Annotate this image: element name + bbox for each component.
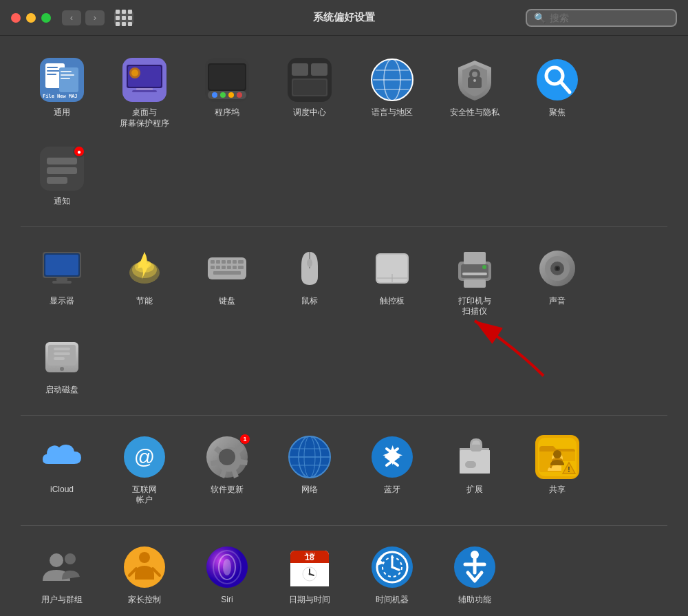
pref-security[interactable]: 安全性与隐私	[433, 52, 516, 134]
svg-rect-79	[464, 279, 486, 288]
svg-rect-61	[238, 260, 244, 264]
pref-dock[interactable]: 程序坞	[186, 52, 268, 134]
pref-tongyong[interactable]: File New MAJ 通用	[21, 52, 103, 134]
svg-rect-3	[47, 70, 61, 72]
keyboard-icon-img	[205, 246, 249, 290]
desktop-label: 桌面与屏幕保护程序	[120, 107, 169, 129]
display-label: 显示器	[50, 296, 74, 307]
maximize-button[interactable]	[41, 13, 51, 23]
pref-siri[interactable]: Siri	[186, 540, 268, 611]
printer-label: 打印机与扫描仪	[458, 296, 491, 317]
pref-trackpad[interactable]: 触控板	[351, 241, 433, 323]
pref-language[interactable]: 语言与地区	[351, 52, 433, 134]
main-content: File New MAJ 通用	[0, 36, 688, 616]
svg-point-115	[553, 450, 561, 458]
datetime-label: 日期与时间	[289, 595, 330, 606]
pref-software[interactable]: 1 软件更新	[186, 429, 268, 511]
pref-icloud[interactable]: iCloud	[21, 429, 103, 511]
pref-sound[interactable]: 声音	[516, 241, 599, 323]
pref-desktop[interactable]: 桌面与屏幕保护程序	[103, 52, 186, 134]
pref-startup[interactable]: 启动磁盘	[21, 330, 103, 401]
desktop-icon-img	[122, 58, 166, 102]
display-icon-img	[40, 246, 84, 290]
svg-rect-77	[464, 252, 486, 264]
svg-text:✦: ✦	[381, 442, 403, 471]
svg-rect-8	[61, 78, 70, 79]
keyboard-label: 键盘	[219, 296, 235, 307]
divider-1	[21, 226, 667, 227]
pref-mouse[interactable]: 鼠标	[268, 241, 351, 323]
security-label: 安全性与隐私	[450, 107, 499, 118]
icon-grid-3: iCloud @ 互联网帐户	[21, 429, 667, 511]
pref-datetime[interactable]: 18 JUN 日期与时间	[268, 540, 351, 611]
svg-point-135	[309, 573, 311, 575]
svg-rect-45	[47, 177, 67, 184]
spotlight-label: 聚焦	[549, 107, 566, 118]
grid-view-button[interactable]	[114, 10, 133, 25]
svg-rect-6	[61, 71, 72, 72]
pref-users[interactable]: 用户与群组	[21, 540, 103, 611]
network-icon-img	[288, 435, 332, 479]
pref-notification[interactable]: ● 通知	[21, 141, 103, 213]
svg-rect-26	[292, 63, 308, 76]
pref-bluetooth[interactable]: ✦ 蓝牙	[351, 429, 433, 511]
svg-rect-91	[54, 357, 65, 360]
svg-rect-4	[47, 74, 56, 75]
datetime-icon-img: 18 JUN	[288, 545, 332, 589]
pref-spotlight[interactable]: 聚焦	[516, 52, 599, 134]
sound-label: 声音	[549, 296, 566, 307]
svg-rect-22	[220, 92, 226, 98]
close-button[interactable]	[11, 13, 21, 23]
pref-extensions[interactable]: 扩展	[433, 429, 516, 511]
accessibility-label: 辅助功能	[458, 595, 491, 606]
sharing-icon-img: !	[535, 435, 579, 479]
pref-sharing[interactable]: ! 共享	[516, 429, 599, 511]
software-label: 软件更新	[211, 485, 244, 496]
pref-accessibility[interactable]: 辅助功能	[433, 540, 516, 611]
svg-text:JUN: JUN	[304, 551, 315, 557]
svg-rect-56	[211, 260, 215, 264]
svg-rect-60	[233, 260, 237, 264]
trackpad-label: 触控板	[380, 296, 405, 307]
pref-internet[interactable]: @ 互联网帐户	[103, 429, 186, 511]
pref-energy[interactable]: 节能	[103, 241, 186, 323]
language-icon-img	[370, 58, 414, 102]
startup-icon-img	[40, 335, 84, 379]
mouse-icon-img	[288, 246, 332, 290]
icon-grid-4: 用户与群组 家长控制	[21, 540, 667, 611]
pref-keyboard[interactable]: 键盘	[186, 241, 268, 323]
users-icon-img	[40, 545, 84, 589]
svg-text:@: @	[134, 445, 155, 468]
svg-point-120	[139, 552, 150, 563]
software-icon-img: 1	[205, 435, 249, 479]
svg-point-117	[50, 553, 63, 567]
pref-mission[interactable]: 调度中心	[268, 52, 351, 134]
search-input[interactable]	[550, 12, 669, 23]
dock-icon-img	[205, 58, 249, 102]
svg-point-88	[60, 367, 64, 371]
sound-icon-img	[535, 246, 579, 290]
svg-point-124	[223, 559, 231, 575]
pref-network[interactable]: 网络	[268, 429, 351, 511]
back-button[interactable]: ‹	[62, 10, 81, 25]
pref-timemachine[interactable]: 时间机器	[351, 540, 433, 611]
pref-parental[interactable]: 家长控制	[103, 540, 186, 611]
users-label: 用户与群组	[41, 595, 83, 606]
svg-rect-62	[211, 266, 215, 269]
svg-rect-66	[233, 266, 237, 269]
icon-grid-1: File New MAJ 通用	[21, 52, 667, 213]
network-label: 网络	[301, 485, 318, 496]
svg-point-80	[482, 265, 486, 269]
search-box[interactable]: 🔍	[526, 9, 677, 27]
search-icon: 🔍	[534, 12, 546, 23]
svg-rect-21	[212, 92, 217, 98]
notification-label: 通知	[54, 196, 70, 207]
minimize-button[interactable]	[26, 13, 36, 23]
svg-rect-15	[136, 88, 153, 90]
timemachine-label: 时间机器	[376, 595, 409, 606]
pref-printer[interactable]: 打印机与扫描仪	[433, 241, 516, 323]
forward-button[interactable]: ›	[85, 10, 105, 25]
icloud-label: iCloud	[50, 485, 74, 496]
pref-display[interactable]: 显示器	[21, 241, 103, 323]
svg-rect-43	[47, 158, 77, 164]
